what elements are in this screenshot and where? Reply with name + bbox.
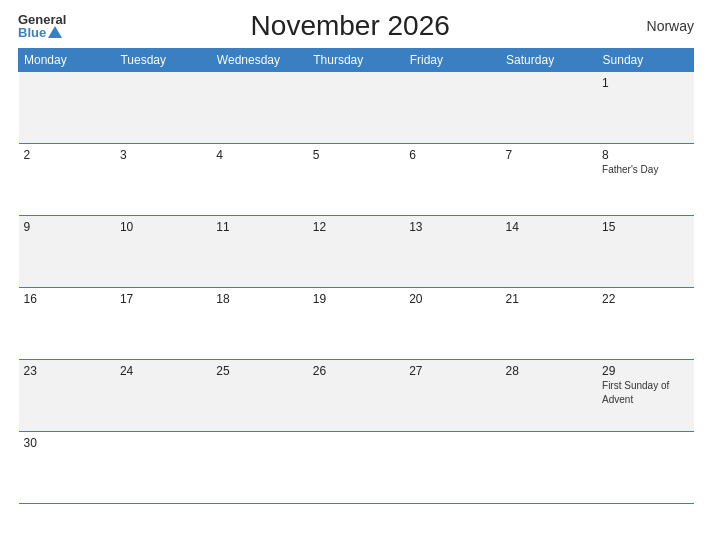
table-row [501, 432, 597, 504]
table-row [404, 72, 500, 144]
table-row: 9 [19, 216, 115, 288]
day-number: 20 [409, 292, 495, 306]
day-number: 8 [602, 148, 688, 162]
day-number: 23 [24, 364, 110, 378]
table-row: 20 [404, 288, 500, 360]
day-event: Father's Day [602, 164, 658, 175]
day-number: 18 [216, 292, 302, 306]
calendar-week-row: 2345678Father's Day [19, 144, 694, 216]
calendar-table: Monday Tuesday Wednesday Thursday Friday… [18, 48, 694, 504]
day-number: 17 [120, 292, 206, 306]
table-row: 29First Sunday of Advent [597, 360, 693, 432]
table-row: 21 [501, 288, 597, 360]
table-row [19, 72, 115, 144]
col-sunday: Sunday [597, 49, 693, 72]
day-number: 15 [602, 220, 688, 234]
table-row: 28 [501, 360, 597, 432]
header: General Blue November 2026 Norway [18, 10, 694, 42]
calendar-week-row: 16171819202122 [19, 288, 694, 360]
day-number: 26 [313, 364, 399, 378]
table-row [597, 432, 693, 504]
col-saturday: Saturday [501, 49, 597, 72]
day-number: 25 [216, 364, 302, 378]
table-row: 24 [115, 360, 211, 432]
table-row: 30 [19, 432, 115, 504]
day-number: 6 [409, 148, 495, 162]
table-row: 23 [19, 360, 115, 432]
col-friday: Friday [404, 49, 500, 72]
table-row: 15 [597, 216, 693, 288]
table-row: 4 [211, 144, 307, 216]
calendar-week-row: 30 [19, 432, 694, 504]
day-number: 5 [313, 148, 399, 162]
table-row [115, 72, 211, 144]
table-row: 27 [404, 360, 500, 432]
page: General Blue November 2026 Norway Monday… [0, 0, 712, 550]
table-row [308, 72, 404, 144]
day-number: 14 [506, 220, 592, 234]
day-number: 4 [216, 148, 302, 162]
table-row: 8Father's Day [597, 144, 693, 216]
col-thursday: Thursday [308, 49, 404, 72]
day-number: 13 [409, 220, 495, 234]
col-monday: Monday [19, 49, 115, 72]
day-number: 21 [506, 292, 592, 306]
country-label: Norway [634, 18, 694, 34]
table-row [211, 432, 307, 504]
table-row: 11 [211, 216, 307, 288]
table-row: 14 [501, 216, 597, 288]
table-row: 17 [115, 288, 211, 360]
day-number: 2 [24, 148, 110, 162]
logo: General Blue [18, 13, 66, 39]
table-row: 26 [308, 360, 404, 432]
calendar-week-row: 1 [19, 72, 694, 144]
table-row [211, 72, 307, 144]
calendar-week-row: 9101112131415 [19, 216, 694, 288]
table-row: 5 [308, 144, 404, 216]
day-number: 29 [602, 364, 688, 378]
table-row [308, 432, 404, 504]
day-number: 22 [602, 292, 688, 306]
table-row: 10 [115, 216, 211, 288]
table-row [404, 432, 500, 504]
table-row: 16 [19, 288, 115, 360]
day-number: 24 [120, 364, 206, 378]
table-row: 3 [115, 144, 211, 216]
table-row: 6 [404, 144, 500, 216]
day-number: 7 [506, 148, 592, 162]
table-row [115, 432, 211, 504]
day-number: 1 [602, 76, 688, 90]
table-row: 13 [404, 216, 500, 288]
day-number: 3 [120, 148, 206, 162]
calendar-header-row: Monday Tuesday Wednesday Thursday Friday… [19, 49, 694, 72]
logo-blue-text: Blue [18, 26, 66, 39]
table-row: 22 [597, 288, 693, 360]
table-row: 25 [211, 360, 307, 432]
day-number: 28 [506, 364, 592, 378]
calendar-week-row: 23242526272829First Sunday of Advent [19, 360, 694, 432]
table-row: 1 [597, 72, 693, 144]
day-number: 10 [120, 220, 206, 234]
logo-triangle-icon [48, 26, 62, 38]
table-row: 12 [308, 216, 404, 288]
day-number: 19 [313, 292, 399, 306]
col-wednesday: Wednesday [211, 49, 307, 72]
col-tuesday: Tuesday [115, 49, 211, 72]
day-number: 9 [24, 220, 110, 234]
table-row: 18 [211, 288, 307, 360]
day-number: 16 [24, 292, 110, 306]
day-number: 30 [24, 436, 110, 450]
table-row: 7 [501, 144, 597, 216]
table-row: 19 [308, 288, 404, 360]
day-event: First Sunday of Advent [602, 380, 669, 405]
day-number: 27 [409, 364, 495, 378]
day-number: 11 [216, 220, 302, 234]
day-number: 12 [313, 220, 399, 234]
table-row: 2 [19, 144, 115, 216]
month-title: November 2026 [66, 10, 634, 42]
table-row [501, 72, 597, 144]
